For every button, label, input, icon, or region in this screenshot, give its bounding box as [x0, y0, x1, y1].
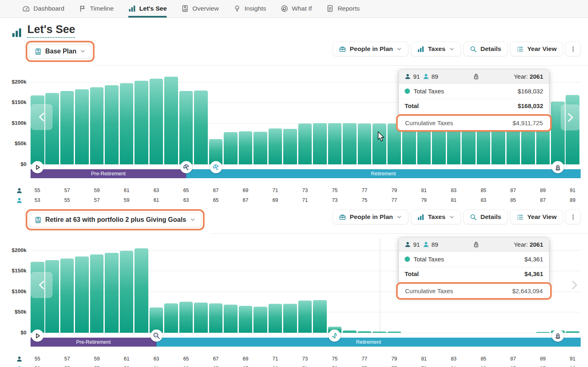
tab-label: What If	[292, 5, 312, 12]
umbrella-icon[interactable]	[180, 161, 192, 173]
tax-bar[interactable]	[90, 87, 104, 164]
tooltip-year: Year: 2061	[514, 73, 543, 80]
tax-bar[interactable]	[90, 254, 104, 333]
tax-bar[interactable]	[253, 132, 267, 164]
tax-bar[interactable]	[388, 332, 401, 333]
tax-bar[interactable]	[120, 251, 134, 333]
tax-bar[interactable]	[150, 307, 163, 333]
x-axis-age-label: 73	[297, 356, 313, 362]
tax-bar[interactable]	[105, 253, 119, 333]
tab-timeline[interactable]: Timeline	[79, 0, 114, 18]
tax-bar[interactable]	[209, 139, 223, 164]
cumulative-taxes-annotation: Cumulative Taxes $4,911,725	[396, 114, 552, 132]
chart-scroll-left-button[interactable]	[31, 104, 53, 130]
tax-bar[interactable]	[536, 332, 550, 333]
tax-bar[interactable]	[269, 128, 282, 164]
tax-bar[interactable]	[194, 91, 208, 164]
person-axis-icon	[16, 356, 22, 362]
lightbulb-icon	[233, 5, 241, 12]
play-icon[interactable]	[31, 329, 44, 342]
magnifier-dots-icon[interactable]	[150, 329, 163, 342]
tax-bar[interactable]	[328, 123, 342, 164]
y-axis-tick: $100k	[4, 288, 26, 294]
people-in-plan-button[interactable]: People in Plan	[333, 42, 408, 56]
tax-bar[interactable]	[372, 124, 386, 164]
tax-bar[interactable]	[358, 331, 372, 333]
chart-scroll-right-button[interactable]	[561, 104, 580, 130]
tax-bar[interactable]	[60, 91, 74, 164]
tax-bar[interactable]	[164, 77, 178, 164]
tab-insights[interactable]: Insights	[233, 0, 266, 18]
tax-bar[interactable]	[120, 83, 134, 164]
tax-bar[interactable]	[164, 303, 178, 333]
tax-bar[interactable]	[566, 331, 579, 333]
tab-what-if[interactable]: What If	[281, 0, 312, 18]
umbrella-icon[interactable]	[210, 161, 222, 173]
tab-dashboard[interactable]: Dashboard	[22, 0, 64, 18]
retirement-band: Retirement	[156, 338, 581, 347]
more-vertical-icon	[570, 214, 576, 221]
tax-bar[interactable]	[179, 302, 193, 333]
tax-bar[interactable]	[313, 123, 327, 164]
tax-bar[interactable]	[269, 304, 282, 333]
tax-bar[interactable]	[134, 81, 148, 164]
plan-selector-base-plan[interactable]: Base Plan	[29, 44, 91, 59]
tax-bar[interactable]	[150, 79, 163, 164]
details-button[interactable]: Details	[463, 42, 508, 56]
lock-icon[interactable]	[473, 241, 480, 248]
plan-selector-retire-at-63[interactable]: Retire at 63 with portfolio 2 plus Givin…	[29, 212, 201, 227]
tax-bar[interactable]	[134, 248, 148, 333]
tax-bar[interactable]	[224, 132, 238, 164]
tax-bar[interactable]	[239, 306, 253, 333]
tab-overview[interactable]: Overview	[181, 0, 219, 18]
tax-bar[interactable]	[105, 85, 119, 164]
tax-bar[interactable]	[179, 91, 193, 164]
year-view-button[interactable]: Year View	[510, 42, 563, 56]
more-options-button[interactable]	[566, 42, 581, 56]
tooltip-year: Year: 2061	[514, 241, 543, 248]
tax-bar[interactable]	[224, 305, 238, 333]
y-axis-tick: $50k	[4, 140, 26, 146]
person2-age: 89	[432, 241, 438, 248]
y-axis-tick: $50k	[4, 309, 26, 315]
tax-bar[interactable]	[60, 259, 74, 333]
people-in-plan-button[interactable]: People in Plan	[333, 210, 408, 224]
details-button[interactable]: Details	[463, 210, 508, 224]
chart-scroll-left-button[interactable]	[31, 272, 53, 298]
tax-bar[interactable]	[343, 123, 357, 164]
tax-bar[interactable]	[298, 124, 312, 164]
tax-bar[interactable]	[239, 131, 253, 164]
tax-bar[interactable]	[283, 304, 297, 333]
tab-reports[interactable]: Reports	[326, 0, 359, 18]
tax-bar[interactable]	[209, 303, 223, 333]
tax-bar[interactable]	[194, 303, 208, 333]
tax-bar[interactable]	[75, 256, 89, 333]
tab-lets-see[interactable]: Let's See	[128, 0, 167, 18]
x-axis-age-label: 75	[326, 356, 343, 362]
tax-bar[interactable]	[313, 300, 327, 333]
tax-bar[interactable]	[283, 129, 297, 164]
doc-chart-icon	[35, 217, 42, 223]
tax-bar[interactable]	[253, 307, 267, 333]
chart-scroll-right-button[interactable]	[566, 274, 584, 296]
play-icon[interactable]	[31, 161, 44, 173]
tax-bar[interactable]	[372, 332, 386, 333]
taxes-button[interactable]: Taxes	[411, 210, 461, 224]
year-view-button[interactable]: Year View	[510, 210, 563, 224]
taxes-button[interactable]: Taxes	[411, 42, 461, 56]
tax-bar[interactable]	[75, 89, 89, 164]
pre-retirement-band: Pre-Retirement	[31, 169, 186, 178]
x-axis-age-label: 71	[297, 197, 313, 203]
tax-bar[interactable]	[343, 330, 357, 333]
more-options-button[interactable]	[566, 210, 581, 224]
mouse-cursor	[377, 131, 385, 142]
x-axis-age-label: 87	[505, 356, 521, 362]
x-axis-age-label: 57	[89, 197, 105, 203]
tombstone-icon[interactable]	[552, 329, 564, 342]
tax-bar[interactable]	[298, 301, 312, 333]
tombstone-icon[interactable]	[552, 161, 564, 173]
lock-icon[interactable]	[473, 73, 480, 80]
x-axis-age-label: 55	[29, 188, 46, 193]
tax-bar[interactable]	[358, 124, 372, 164]
x-axis-age-label: 81	[445, 197, 462, 203]
